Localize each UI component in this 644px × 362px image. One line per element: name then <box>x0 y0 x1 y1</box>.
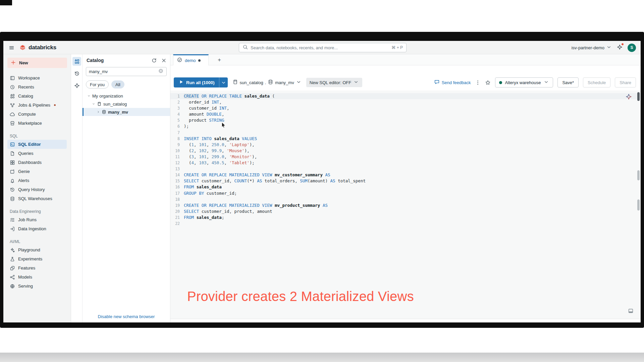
history-panel-button[interactable] <box>72 69 81 78</box>
user-avatar[interactable]: S <box>628 44 636 52</box>
databricks-app: databricks ⌘ + P isv-partner-demo S <box>3 41 641 322</box>
filter-all[interactable]: All <box>111 80 124 88</box>
run-all-button[interactable]: Run all (1000) <box>174 77 219 87</box>
assistant-button[interactable] <box>617 44 623 51</box>
favorite-star-icon[interactable] <box>485 80 491 85</box>
inline-assistant-icon[interactable] <box>626 94 632 100</box>
tab-demo[interactable]: demo <box>173 54 209 65</box>
search-input[interactable] <box>251 45 389 50</box>
catalog-node-icon <box>97 102 102 106</box>
top-header: databricks ⌘ + P isv-partner-demo S <box>3 41 641 54</box>
context-separator: . <box>265 80 266 85</box>
sidebar-item-models[interactable]: Models <box>7 273 67 282</box>
brand-wordmark: databricks <box>29 44 56 51</box>
serving-icon <box>10 284 15 289</box>
sidebar-item-dashboards[interactable]: Dashboards <box>7 158 67 167</box>
code-line: 3 customer_id INT, <box>170 105 641 111</box>
sidebar-item-features[interactable]: Features <box>7 263 67 273</box>
code-text: CREATE OR REPLACE MATERIALIZED VIEW mv_p… <box>184 202 328 208</box>
sidebar-item-data-ingestion[interactable]: Data Ingestion <box>7 224 67 233</box>
tree-node-many-mv[interactable]: many_mv <box>83 108 170 116</box>
global-search[interactable]: ⌘ + P <box>239 43 407 52</box>
sidebar-item-workspace[interactable]: Workspace <box>7 73 67 82</box>
sidebar-item-queries[interactable]: Queries <box>7 149 67 158</box>
chevron-right-icon[interactable] <box>97 110 100 114</box>
warehouse-name: Alteryx warehouse <box>505 80 541 85</box>
results-panel-toggle[interactable] <box>627 308 634 315</box>
sidebar-section-ai-ml: AI/ML <box>10 239 71 244</box>
code-line: 9 (1, 101, 250.0, 'Laptop'), <box>170 142 641 148</box>
sidebar-item-playground[interactable]: Playground <box>7 245 67 254</box>
sidebar-item-label: Serving <box>18 284 33 289</box>
sidebar-item-query-history[interactable]: Query History <box>7 185 67 194</box>
sidebar-item-label: SQL Editor <box>18 142 41 147</box>
refresh-icon[interactable] <box>151 58 157 63</box>
sidebar-item-label: Models <box>18 275 32 280</box>
caption-overlay: Provider creates 2 Materialized Views <box>187 289 414 304</box>
sidebar-item-jobs-pipelines[interactable]: Jobs & Pipelines <box>7 101 67 110</box>
code-line: 5 product STRING <box>170 117 641 123</box>
filter-for-you[interactable]: For you <box>86 80 109 88</box>
code-text: ); <box>184 123 189 129</box>
sidebar-item-catalog[interactable]: Catalog <box>7 92 67 101</box>
run-all-button-group: Run all (1000) <box>174 77 228 87</box>
line-number: 11 <box>170 154 184 160</box>
models-icon <box>10 275 15 280</box>
new-sql-editor-toggle[interactable]: New SQL editor: OFF <box>306 78 363 87</box>
code-line: 11 (3, 101, 299.0, 'Monitor'), <box>170 154 641 160</box>
sidebar-sections: WorkspaceRecentsCatalogJobs & PipelinesC… <box>3 69 71 291</box>
save-button[interactable]: Save* <box>557 77 579 87</box>
code-line: 13 <box>170 166 641 172</box>
databricks-logo[interactable]: databricks <box>19 44 56 51</box>
context-selector[interactable]: sun_catalog . many_mv <box>232 79 302 86</box>
new-indicator-dot <box>54 104 56 106</box>
sidebar-item-compute[interactable]: Compute <box>7 110 67 119</box>
queries-icon <box>10 151 15 156</box>
header-left: databricks <box>9 41 56 54</box>
run-all-label: Run all (1000) <box>186 80 215 85</box>
sidebar-item-recents[interactable]: Recents <box>7 82 67 92</box>
code-line: 20SELECT customer_id, product, amount <box>170 208 641 215</box>
code-line: 16FROM sales_data <box>170 184 641 190</box>
code-line: 10 (2, 102, 99.9, 'Mouse'), <box>170 148 641 154</box>
tree-node-my-organization[interactable]: My organization <box>83 92 170 100</box>
clear-search-icon[interactable] <box>158 68 164 75</box>
sidebar-item-experiments[interactable]: Experiments <box>7 254 67 263</box>
catalog-search[interactable] <box>86 67 167 76</box>
catalog-browser-button[interactable] <box>72 57 81 66</box>
sidebar-item-serving[interactable]: Serving <box>7 282 67 291</box>
new-button[interactable]: New <box>7 58 67 68</box>
tree-node-sun-catalog[interactable]: sun_catalog <box>83 100 170 108</box>
kebab-menu-icon[interactable] <box>475 80 481 85</box>
line-number: 20 <box>170 208 184 215</box>
playground-icon <box>10 247 15 253</box>
line-number: 7 <box>170 130 184 136</box>
sidebar-item-job-runs[interactable]: Job Runs <box>7 215 67 224</box>
workspace-switcher[interactable]: isv-partner-demo <box>572 44 612 51</box>
plus-icon <box>10 60 16 66</box>
editor-scrollbar[interactable] <box>637 90 640 319</box>
catalog-search-input[interactable] <box>89 69 158 74</box>
sidebar-item-sql-warehouses[interactable]: SQL Warehouses <box>7 194 67 203</box>
sidebar-item-alerts[interactable]: Alerts <box>7 176 67 185</box>
share-button[interactable]: Share <box>615 77 636 87</box>
catalog-small-icon <box>232 79 238 86</box>
chevron-down-icon[interactable] <box>92 102 95 106</box>
schedule-button[interactable]: Schedule <box>583 77 610 87</box>
hamburger-menu-icon[interactable] <box>9 45 14 51</box>
send-feedback-link[interactable]: Send feedback <box>434 79 471 86</box>
line-number: 12 <box>170 160 184 166</box>
context-catalog: sun_catalog <box>240 80 263 85</box>
scrollbar-thumb[interactable] <box>637 92 640 101</box>
sidebar-item-sql-editor[interactable]: SQL Editor <box>7 140 67 149</box>
chevron-down-icon[interactable] <box>87 94 91 98</box>
new-tab-button[interactable]: + <box>215 55 224 65</box>
sidebar-item-genie[interactable]: Genie <box>7 167 67 176</box>
assistant-panel-button[interactable] <box>72 81 81 90</box>
disable-schema-browser-link[interactable]: Disable new schema browser <box>83 314 170 319</box>
code-area[interactable]: 1CREATE OR REPLACE TABLE sales_data (2 o… <box>170 90 641 319</box>
sidebar-item-marketplace[interactable]: Marketplace <box>7 119 67 128</box>
warehouse-selector[interactable]: Alteryx warehouse <box>495 77 553 87</box>
run-options-button[interactable] <box>219 77 228 87</box>
close-icon[interactable] <box>161 58 167 63</box>
